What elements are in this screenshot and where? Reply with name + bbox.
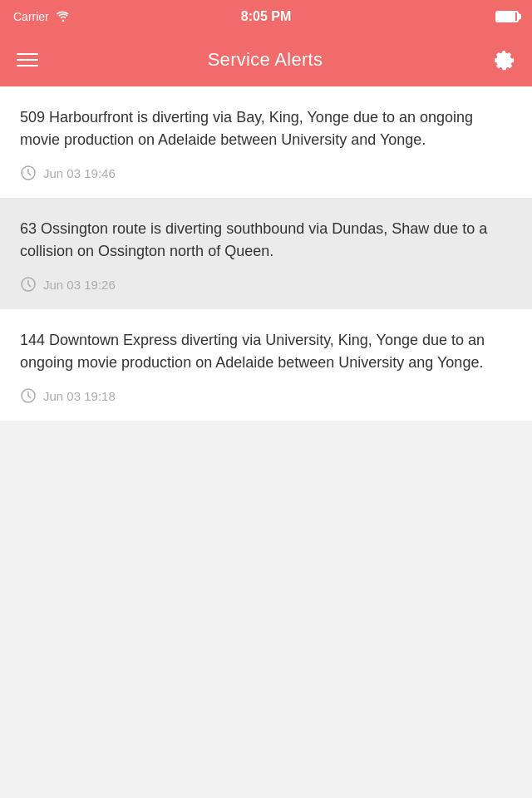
hamburger-line-1 <box>17 53 38 55</box>
battery-icon <box>495 11 519 22</box>
alert-time: Jun 03 19:18 <box>20 387 512 404</box>
alert-list: 509 Harbourfront is diverting via Bay, K… <box>0 86 532 421</box>
nav-bar: Service Alerts <box>0 33 532 86</box>
clock-icon <box>20 387 37 404</box>
page-title: Service Alerts <box>208 49 323 71</box>
status-battery-container <box>452 11 519 22</box>
alert-timestamp: Jun 03 19:46 <box>43 166 116 180</box>
status-time: 8:05 PM <box>241 9 291 24</box>
alert-message: 144 Downtown Express diverting via Unive… <box>20 329 512 374</box>
alert-timestamp: Jun 03 19:18 <box>43 389 116 403</box>
clock-icon <box>20 276 37 293</box>
battery-fill <box>497 12 515 21</box>
alert-time: Jun 03 19:26 <box>20 276 512 293</box>
status-carrier-wifi: Carrier <box>13 10 80 23</box>
menu-button[interactable] <box>17 53 38 66</box>
alert-item: 509 Harbourfront is diverting via Bay, K… <box>0 86 532 198</box>
carrier-label: Carrier <box>13 10 49 23</box>
alert-timestamp: Jun 03 19:26 <box>43 278 116 292</box>
alert-time: Jun 03 19:46 <box>20 165 512 181</box>
settings-icon[interactable] <box>492 48 515 71</box>
hamburger-line-2 <box>17 59 38 61</box>
alert-message: 509 Harbourfront is diverting via Bay, K… <box>20 106 512 151</box>
alert-item: 63 Ossington route is diverting southbou… <box>0 198 532 309</box>
hamburger-line-3 <box>17 65 38 66</box>
alert-item: 144 Downtown Express diverting via Unive… <box>0 309 532 421</box>
wifi-icon <box>56 11 71 22</box>
clock-icon <box>20 165 37 181</box>
status-bar: Carrier 8:05 PM <box>0 0 532 33</box>
alert-message: 63 Ossington route is diverting southbou… <box>20 218 512 263</box>
